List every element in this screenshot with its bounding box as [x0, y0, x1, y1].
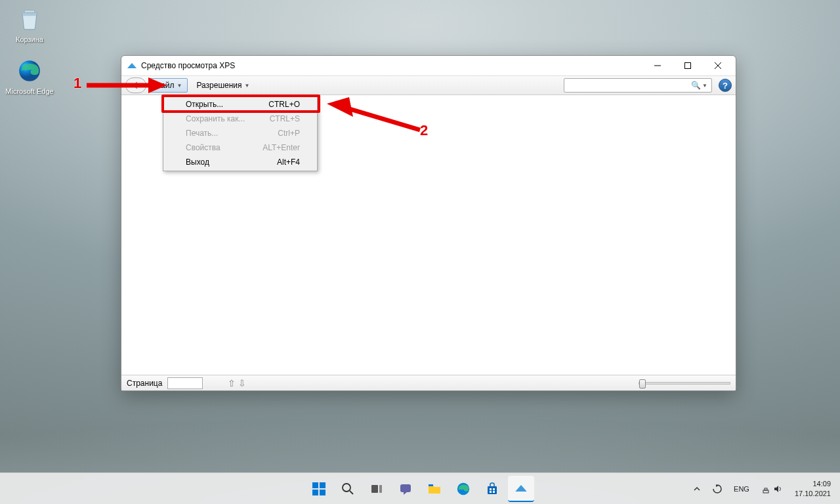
menu-item-label: Сохранить как... — [186, 114, 245, 123]
tray-time: 14:09 — [795, 479, 831, 488]
search-icon: 🔍 — [691, 81, 701, 90]
back-button[interactable] — [125, 77, 146, 93]
page-up-button[interactable]: ⇧ — [228, 378, 236, 388]
tray-language[interactable]: ENG — [730, 484, 753, 494]
taskbar: ENG 14:09 17.10.2021 — [0, 472, 840, 504]
svg-rect-0 — [24, 10, 35, 13]
menu-item-shortcut: Alt+F4 — [277, 158, 300, 167]
desktop-icons: Корзина Microsoft Edge — [5, 5, 54, 109]
window-title: Средство просмотра XPS — [141, 61, 235, 70]
file-menu-button[interactable]: Файл ▼ — [149, 78, 188, 93]
page-down-button[interactable]: ⇩ — [238, 378, 246, 388]
window-controls — [642, 56, 733, 75]
tray-chevron[interactable] — [690, 484, 704, 494]
desktop-icon-label: Корзина — [5, 35, 54, 44]
desktop-icon-edge[interactable]: Microsoft Edge — [5, 57, 54, 96]
taskbar-xps-viewer[interactable] — [508, 476, 534, 502]
menu-item-label: Свойства — [186, 143, 220, 152]
svg-rect-10 — [312, 482, 318, 488]
tray-network-sound[interactable] — [758, 483, 786, 495]
taskbar-chat[interactable] — [392, 476, 419, 502]
system-tray: ENG 14:09 17.10.2021 — [690, 479, 835, 498]
taskbar-taskview[interactable] — [364, 476, 390, 502]
maximize-button[interactable] — [673, 56, 703, 75]
taskbar-search[interactable] — [335, 476, 361, 502]
edge-icon — [16, 57, 43, 85]
svg-rect-28 — [765, 488, 767, 490]
svg-rect-12 — [312, 490, 318, 495]
menu-item-label: Выход — [186, 158, 209, 167]
titlebar[interactable]: Средство просмотра XPS — [121, 56, 736, 75]
svg-rect-18 — [400, 484, 411, 492]
desktop-icon-recycle-bin[interactable]: Корзина — [5, 5, 54, 44]
page-label: Страница — [127, 379, 162, 388]
zoom-thumb[interactable] — [639, 379, 646, 388]
svg-point-14 — [343, 484, 350, 492]
menu-item-print: Печать... Ctrl+P — [165, 126, 316, 140]
svg-rect-27 — [763, 490, 768, 493]
chevron-down-icon: ▼ — [177, 83, 182, 89]
menu-item-open[interactable]: Открыть... CTRL+O — [165, 97, 316, 112]
toolbar: Файл ▼ Разрешения ▼ 🔍 ▼ ? — [121, 75, 736, 95]
app-icon — [127, 60, 137, 71]
menu-item-properties: Свойства ALT+Enter — [165, 140, 316, 155]
menu-item-shortcut: CTRL+O — [268, 100, 300, 109]
zoom-slider[interactable] — [639, 382, 730, 385]
desktop-icon-label: Microsoft Edge — [5, 87, 54, 96]
svg-rect-23 — [493, 488, 495, 490]
svg-rect-25 — [493, 491, 495, 493]
svg-rect-16 — [371, 485, 378, 493]
page-number-input[interactable] — [167, 377, 203, 389]
menu-item-save-as: Сохранить как... CTRL+S — [165, 112, 316, 126]
svg-rect-17 — [379, 485, 382, 493]
taskbar-center — [306, 476, 534, 502]
recycle-bin-icon — [16, 5, 43, 33]
menu-label: Разрешения — [196, 81, 242, 90]
svg-rect-24 — [490, 491, 492, 493]
svg-rect-21 — [488, 486, 497, 494]
svg-rect-3 — [685, 63, 691, 69]
search-input[interactable]: 🔍 ▼ — [564, 78, 712, 93]
start-button[interactable] — [306, 476, 332, 502]
menu-item-exit[interactable]: Выход Alt+F4 — [165, 155, 316, 169]
svg-rect-13 — [320, 490, 326, 495]
help-button[interactable]: ? — [719, 79, 732, 92]
close-button[interactable] — [703, 56, 733, 75]
chevron-down-icon: ▼ — [702, 83, 707, 89]
tray-clock[interactable]: 14:09 17.10.2021 — [791, 479, 835, 498]
menu-item-label: Печать... — [186, 129, 218, 138]
menu-label: Файл — [155, 81, 175, 90]
svg-rect-19 — [429, 484, 433, 486]
menu-item-shortcut: ALT+Enter — [262, 143, 300, 152]
svg-line-15 — [350, 491, 353, 494]
minimize-button[interactable] — [642, 56, 673, 75]
svg-rect-22 — [490, 488, 492, 490]
svg-rect-11 — [320, 482, 326, 488]
statusbar: Страница ⇧ ⇩ — [121, 375, 736, 390]
taskbar-store[interactable] — [479, 476, 505, 502]
tray-date: 17.10.2021 — [795, 489, 831, 498]
permissions-menu-button[interactable]: Разрешения ▼ — [190, 78, 255, 93]
menu-item-shortcut: CTRL+S — [270, 114, 300, 123]
menu-item-label: Открыть... — [186, 100, 223, 109]
taskbar-edge[interactable] — [450, 476, 476, 502]
tray-update-icon[interactable] — [709, 483, 725, 495]
file-dropdown: Открыть... CTRL+O Сохранить как... CTRL+… — [163, 95, 318, 171]
taskbar-explorer[interactable] — [421, 476, 448, 502]
menu-item-shortcut: Ctrl+P — [278, 129, 300, 138]
chevron-down-icon: ▼ — [245, 83, 250, 89]
